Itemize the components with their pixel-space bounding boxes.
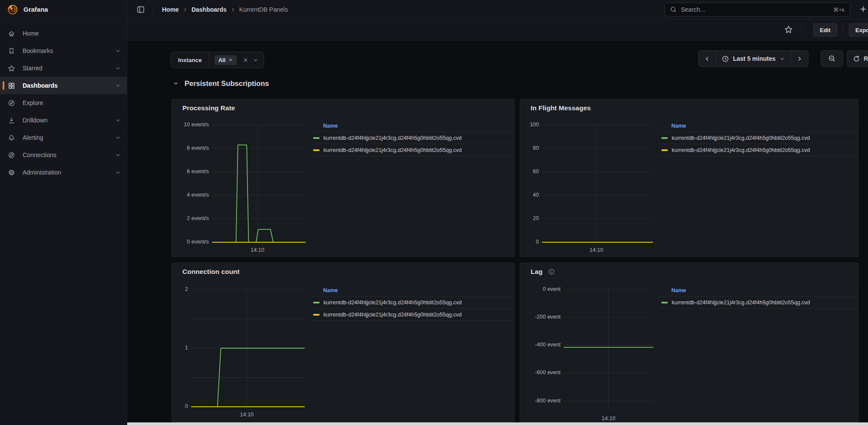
clock-icon <box>722 55 729 63</box>
sidebar-item-label: Connections <box>23 152 56 158</box>
sidebar-item-dashboards[interactable]: Dashboards <box>0 77 127 94</box>
remove-value-icon[interactable] <box>228 58 233 62</box>
breadcrumb-current: KurrentDB Panels <box>239 6 288 13</box>
bookmark-icon <box>8 47 15 55</box>
divider <box>153 4 154 15</box>
series-color-swatch <box>661 149 668 151</box>
refresh-icon <box>853 55 860 63</box>
sidebar-item-drilldown[interactable]: Drilldown <box>0 112 127 129</box>
panel-title: Connection count <box>182 268 240 276</box>
time-shift-forward-button[interactable] <box>791 51 808 66</box>
dashboard-canvas: Instance All <box>127 41 868 425</box>
chevron-down-icon[interactable] <box>115 135 121 141</box>
legend-header-name[interactable]: Name <box>310 286 514 297</box>
legend-row[interactable]: kurrentdb-d24f4hljjcle21j4r3cg.d24f4h5g0… <box>658 144 858 156</box>
y-axis-tick-label: 10 event/s <box>172 122 209 128</box>
sidebar-item-home[interactable]: Home <box>0 25 127 42</box>
breadcrumb-home[interactable]: Home <box>162 6 179 13</box>
export-button[interactable]: Expo <box>849 23 868 36</box>
clear-filter-icon[interactable] <box>243 57 248 63</box>
drilldown-icon <box>8 117 15 124</box>
chevron-down-icon[interactable] <box>115 66 121 71</box>
instance-filter-value: All <box>218 57 226 63</box>
panel-title: Processing Rate <box>182 104 235 112</box>
add-icon[interactable] <box>859 5 867 13</box>
search-placeholder: Search... <box>681 6 829 13</box>
zoom-out-button[interactable] <box>821 50 843 67</box>
panel-header[interactable]: In Flight Messages <box>531 104 591 112</box>
legend-row[interactable]: kurrentdb-d24f4hljjcle21j4r3cg.d24f4h5g0… <box>658 132 858 144</box>
sidebar-item-administration[interactable]: Administration <box>0 164 127 181</box>
y-axis-tick-label: -800 event <box>520 398 561 404</box>
series-color-swatch <box>313 314 320 316</box>
sidebar-nav: HomeBookmarksStarredDashboardsExploreDri… <box>0 25 127 181</box>
series-name: kurrentdb-d24f4hljjcle21j4r3cg.d24f4h5g0… <box>672 147 810 153</box>
legend-row[interactable]: kurrentdb-d24f4hljjcle21j4r3cg.d24f4h5g0… <box>310 309 514 321</box>
y-axis-tick-label: 2 event/s <box>172 215 209 221</box>
time-shift-back-button[interactable] <box>699 51 716 66</box>
sidebar-item-label: Bookmarks <box>23 47 53 54</box>
panel-header[interactable]: Lag <box>531 268 555 276</box>
panel-header[interactable]: Processing Rate <box>182 104 235 112</box>
panel-title: In Flight Messages <box>531 104 591 112</box>
instance-filter-label: Instance <box>171 52 209 68</box>
x-axis-tick-label: 14:10 <box>596 415 622 422</box>
time-range-label: Last 5 minutes <box>733 55 776 62</box>
instance-filter[interactable]: Instance All <box>171 52 264 68</box>
time-series-chart: 01214:10 <box>172 290 304 422</box>
sidebar-item-connections[interactable]: Connections <box>0 146 127 164</box>
legend-table: Namekurrentdb-d24f4hljjcle21j4r3cg.d24f4… <box>658 286 858 309</box>
panel-processing-rate: Processing Rate 0 event/s2 event/s4 even… <box>172 99 515 257</box>
series-color-swatch <box>661 302 668 303</box>
legend-row[interactable]: kurrentdb-d24f4hljjcle21j4r3cg.d24f4h5g0… <box>310 144 514 156</box>
sidebar-item-starred[interactable]: Starred <box>0 59 127 77</box>
sidebar-toggle-icon[interactable] <box>137 6 145 13</box>
y-axis-tick-label: 6 event/s <box>172 168 209 175</box>
series-name: kurrentdb-d24f4hljjcle21j4r3cg.d24f4h5g0… <box>672 135 810 141</box>
sidebar-item-label: Explore <box>23 99 43 106</box>
sidebar-header: Grafana <box>0 0 127 19</box>
chevron-down-icon[interactable] <box>253 57 258 63</box>
divider <box>802 24 802 36</box>
time-series-chart: 0 event-200 event-400 event-600 event-80… <box>520 290 653 422</box>
info-icon[interactable] <box>548 268 555 275</box>
time-range-button[interactable]: Last 5 minutes <box>716 51 791 66</box>
breadcrumb-dashboards[interactable]: Dashboards <box>191 6 227 13</box>
y-axis-tick-label: 1 <box>172 345 188 351</box>
legend-table: Namekurrentdb-d24f4hljjcle21j4r3cg.d24f4… <box>658 121 858 156</box>
search-shortcut: ⌘+k <box>833 7 845 13</box>
grafana-logo-icon[interactable] <box>7 4 18 15</box>
chevron-down-icon[interactable] <box>115 152 121 158</box>
chevron-down-icon[interactable] <box>115 118 121 123</box>
chevron-down-icon[interactable] <box>115 48 121 54</box>
chevron-down-icon[interactable] <box>115 170 121 175</box>
grid-icon <box>8 82 15 89</box>
chevron-down-icon[interactable] <box>115 83 121 89</box>
section-row-persistent-subscriptions[interactable]: Persistent Subscriptions <box>173 77 269 89</box>
sidebar-item-bookmarks[interactable]: Bookmarks <box>0 42 127 59</box>
search-input[interactable]: Search... ⌘+k <box>664 3 850 16</box>
y-axis-tick-label: 2 <box>172 286 188 292</box>
star-icon <box>8 65 15 72</box>
panel-connection-count: Connection count 01214:10 Namekurrentdb-… <box>172 263 515 422</box>
legend-row[interactable]: kurrentdb-d24f4hljjcle21j4r3cg.d24f4h5g0… <box>658 297 858 309</box>
panel-header[interactable]: Connection count <box>182 268 240 276</box>
legend-header-name[interactable]: Name <box>658 121 858 132</box>
series-color-swatch <box>313 302 320 303</box>
legend-header-name[interactable]: Name <box>658 286 858 297</box>
x-axis-tick-label: 14:10 <box>234 412 260 418</box>
panel-lag: Lag 0 event-200 event-400 event-600 even… <box>520 263 858 422</box>
star-dashboard-icon[interactable] <box>784 25 793 34</box>
sidebar-item-explore[interactable]: Explore <box>0 94 127 112</box>
legend-header-name[interactable]: Name <box>310 121 514 132</box>
edit-button[interactable]: Edit <box>813 23 837 36</box>
legend-row[interactable]: kurrentdb-d24f4hljjcle21j4r3cg.d24f4h5g0… <box>310 132 514 144</box>
y-axis-tick-label: 80 <box>520 145 539 151</box>
instance-filter-pill[interactable]: All <box>215 55 237 65</box>
bell-icon <box>8 134 15 142</box>
sidebar: Grafana HomeBookmarksStarredDashboardsEx… <box>0 0 127 425</box>
sidebar-item-alerting[interactable]: Alerting <box>0 129 127 146</box>
refresh-button[interactable]: R <box>847 50 868 67</box>
series-color-swatch <box>313 137 320 139</box>
legend-row[interactable]: kurrentdb-d24f4hljjcle21j4r3cg.d24f4h5g0… <box>310 297 514 309</box>
